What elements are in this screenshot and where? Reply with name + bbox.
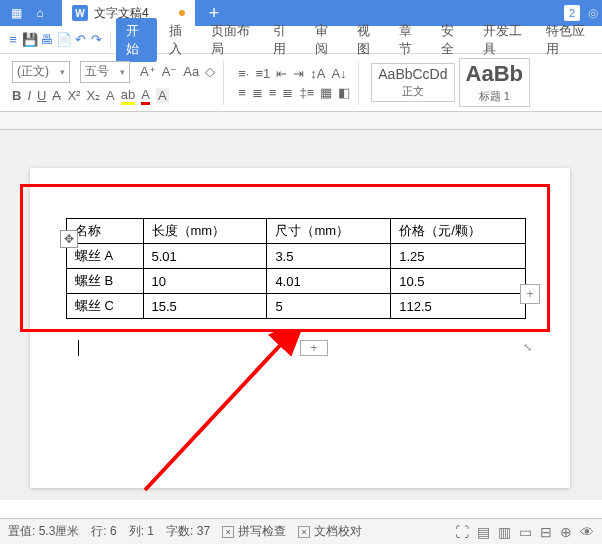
- tab-insert[interactable]: 插入: [159, 18, 199, 62]
- align-right-icon[interactable]: ≡: [269, 85, 277, 100]
- app-menu-icon[interactable]: ▦: [7, 4, 25, 22]
- outline-view-icon[interactable]: ⊟: [540, 524, 552, 540]
- globe-icon[interactable]: ⊕: [560, 524, 572, 540]
- tab-security[interactable]: 安全: [431, 18, 471, 62]
- preview-icon[interactable]: 📄: [56, 31, 72, 49]
- strike-icon[interactable]: A̶: [52, 88, 61, 103]
- superscript-icon[interactable]: X²: [67, 88, 80, 103]
- tab-developer[interactable]: 开发工具: [473, 18, 533, 62]
- add-row-button[interactable]: +: [300, 340, 328, 356]
- undo-icon[interactable]: ↶: [74, 31, 88, 49]
- table-row: 螺丝 A 5.01 3.5 1.25: [67, 244, 526, 269]
- page-area: ✥ 名称 长度（mm） 尺寸（mm） 价格（元/颗） 螺丝 A 5.01 3.5…: [0, 130, 602, 500]
- status-column[interactable]: 列: 1: [129, 523, 154, 540]
- bullets-icon[interactable]: ≡·: [238, 66, 249, 81]
- text-direction-icon[interactable]: ↕A: [310, 66, 325, 81]
- text-cursor: [78, 340, 79, 356]
- table-resize-handle[interactable]: ⤡: [520, 340, 534, 354]
- align-center-icon[interactable]: ≣: [252, 85, 263, 100]
- text-effect-icon[interactable]: A: [106, 88, 115, 103]
- status-position[interactable]: 置值: 5.3厘米: [8, 523, 79, 540]
- table-header[interactable]: 长度（mm）: [143, 219, 267, 244]
- tab-special[interactable]: 特色应用: [536, 18, 596, 62]
- home-icon[interactable]: ⌂: [31, 4, 49, 22]
- shading-icon[interactable]: A: [156, 88, 169, 103]
- font-name-select[interactable]: (正文)▾: [12, 61, 70, 83]
- print-icon[interactable]: 🖶: [40, 31, 54, 49]
- save-icon[interactable]: 💾: [22, 31, 38, 49]
- table-row: 螺丝 B 10 4.01 10.5: [67, 269, 526, 294]
- web-layout-icon[interactable]: ▭: [519, 524, 532, 540]
- unsaved-dot-icon: [179, 10, 185, 16]
- eye-icon[interactable]: 👁: [580, 524, 594, 540]
- ruler[interactable]: [0, 112, 602, 130]
- highlight-icon[interactable]: ab: [121, 87, 135, 105]
- style-heading1[interactable]: AaBb 标题 1: [459, 58, 530, 107]
- numbering-icon[interactable]: ≡1: [255, 66, 270, 81]
- borders-icon[interactable]: ▦: [320, 85, 332, 100]
- tab-page-layout[interactable]: 页面布局: [201, 18, 261, 62]
- clear-format-icon[interactable]: ◇: [205, 64, 215, 79]
- data-table[interactable]: 名称 长度（mm） 尺寸（mm） 价格（元/颗） 螺丝 A 5.01 3.5 1…: [66, 218, 526, 319]
- fullscreen-icon[interactable]: ⛶: [455, 524, 469, 540]
- increase-font-icon[interactable]: A⁺: [140, 64, 156, 79]
- tab-view[interactable]: 视图: [347, 18, 387, 62]
- menu-icon[interactable]: ≡: [6, 31, 20, 49]
- align-left-icon[interactable]: ≡: [238, 85, 246, 100]
- print-layout-icon[interactable]: ▥: [498, 524, 511, 540]
- status-line[interactable]: 行: 6: [91, 523, 116, 540]
- reading-view-icon[interactable]: ▤: [477, 524, 490, 540]
- para-shading-icon[interactable]: ◧: [338, 85, 350, 100]
- decrease-indent-icon[interactable]: ⇤: [276, 66, 287, 81]
- redo-icon[interactable]: ↷: [90, 31, 104, 49]
- line-spacing-icon[interactable]: ‡≡: [299, 85, 314, 100]
- italic-icon[interactable]: I: [27, 88, 31, 103]
- menubar: ≡ 💾 🖶 📄 ↶ ↷ 开始 插入 页面布局 引用 审阅 视图 章节 安全 开发…: [0, 26, 602, 54]
- tab-references[interactable]: 引用: [263, 18, 303, 62]
- font-size-select[interactable]: 五号▾: [80, 61, 130, 83]
- font-color-icon[interactable]: A: [141, 87, 150, 105]
- status-spellcheck[interactable]: ×拼写检查: [222, 523, 286, 540]
- tab-sections[interactable]: 章节: [389, 18, 429, 62]
- decrease-font-icon[interactable]: A⁻: [162, 64, 178, 79]
- add-column-button[interactable]: +: [520, 284, 540, 304]
- style-normal[interactable]: AaBbCcDd 正文: [371, 63, 454, 102]
- table-header[interactable]: 尺寸（mm）: [267, 219, 391, 244]
- change-case-icon[interactable]: Aa: [183, 64, 199, 79]
- statusbar: 置值: 5.3厘米 行: 6 列: 1 字数: 37 ×拼写检查 ×文档校对 ⛶…: [0, 518, 602, 544]
- table-header[interactable]: 价格（元/颗）: [391, 219, 526, 244]
- tab-home[interactable]: 开始: [116, 18, 156, 62]
- table-row: 名称 长度（mm） 尺寸（mm） 价格（元/颗）: [67, 219, 526, 244]
- tab-review[interactable]: 审阅: [305, 18, 345, 62]
- table-row: 螺丝 C 15.5 5 112.5: [67, 294, 526, 319]
- align-justify-icon[interactable]: ≣: [282, 85, 293, 100]
- word-doc-icon: W: [72, 5, 88, 21]
- status-proofing[interactable]: ×文档校对: [298, 523, 362, 540]
- table-move-handle[interactable]: ✥: [60, 230, 78, 248]
- page[interactable]: ✥ 名称 长度（mm） 尺寸（mm） 价格（元/颗） 螺丝 A 5.01 3.5…: [30, 168, 570, 488]
- bold-icon[interactable]: B: [12, 88, 21, 103]
- ribbon: (正文)▾ 五号▾ A⁺ A⁻ Aa ◇ B I U A̶ X² X₂ A ab…: [0, 54, 602, 112]
- underline-icon[interactable]: U: [37, 88, 46, 103]
- increase-indent-icon[interactable]: ⇥: [293, 66, 304, 81]
- subscript-icon[interactable]: X₂: [86, 88, 100, 103]
- sort-icon[interactable]: A↓: [331, 66, 346, 81]
- status-charcount[interactable]: 字数: 37: [166, 523, 210, 540]
- wps-logo-icon[interactable]: ◎: [588, 6, 598, 20]
